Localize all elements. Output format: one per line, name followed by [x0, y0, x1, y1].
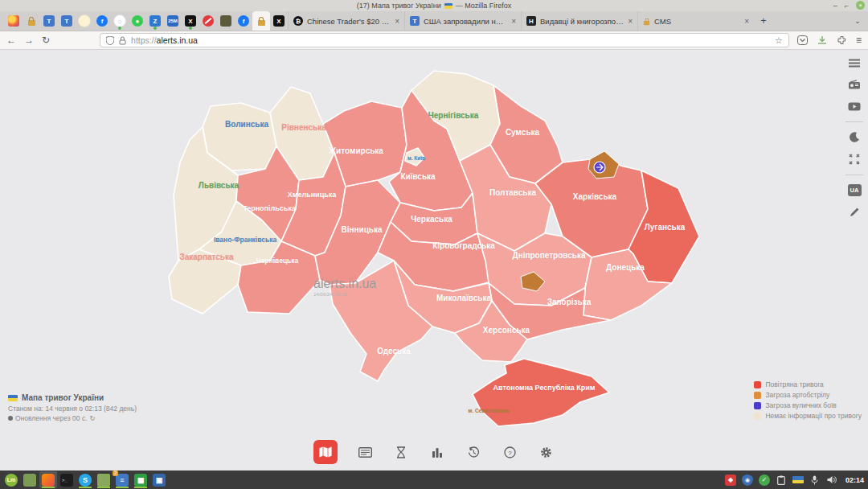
close-button[interactable]: × — [856, 1, 865, 10]
pinned-tab-blue-t[interactable]: Т — [40, 11, 58, 31]
updates-ok-icon[interactable]: ✓ — [759, 475, 770, 486]
list-all-tabs-button[interactable]: ⌄ — [847, 11, 868, 31]
pinned-tab-darkgrid[interactable] — [217, 11, 235, 31]
forward-button[interactable]: → — [24, 35, 34, 45]
settings-gear-icon[interactable] — [537, 443, 555, 461]
extensions-icon[interactable] — [837, 35, 846, 45]
fullscreen-icon[interactable] — [846, 153, 862, 166]
tab-2[interactable]: Т США запровадили нову хв × — [404, 11, 521, 31]
pinned-tab-pale[interactable] — [76, 11, 93, 31]
taskbar-file-manager[interactable] — [95, 471, 113, 488]
legend-label: Загроза артобстрілу — [765, 391, 829, 399]
pinned-tab-noentry[interactable] — [199, 11, 217, 31]
lock-icon — [644, 20, 649, 25]
app-menu-icon[interactable]: ≡ — [856, 35, 862, 45]
skype-icon: S — [79, 474, 92, 487]
pinned-tab-25m[interactable]: 25М — [164, 11, 182, 31]
mint-menu-button[interactable]: Lm — [2, 471, 20, 488]
window-title-right: — Mozilla Firefox — [456, 2, 512, 10]
region-crimea[interactable] — [473, 359, 609, 426]
tab-4[interactable]: CMS × — [637, 11, 754, 31]
microphone-icon[interactable] — [809, 475, 821, 486]
region-label: Київська — [400, 172, 435, 181]
taskbar-skype[interactable]: S — [76, 471, 94, 488]
desktop-icon — [23, 474, 36, 487]
taskbar-documents[interactable]: ≡2 — [113, 471, 131, 488]
legend-item: Загроза артобстрілу — [754, 391, 862, 399]
new-tab-button[interactable]: + — [754, 11, 773, 31]
legend-label: Немає інформації про тривогу — [765, 412, 862, 420]
tab-1[interactable]: ₿ Chinese Trader's $20 Millio × — [288, 11, 404, 31]
ua-flag-tray-icon[interactable] — [792, 476, 804, 483]
open-window-indicator — [134, 487, 147, 488]
taskbar-terminal[interactable]: >_ — [58, 471, 76, 488]
pocket-icon[interactable] — [797, 35, 808, 45]
menu-icon[interactable] — [846, 56, 862, 69]
pinned-tab-browser-sphere[interactable] — [5, 11, 23, 31]
lock-icon — [28, 20, 35, 26]
pinned-tab-facebook[interactable]: f — [235, 11, 252, 31]
tracking-shield-icon[interactable] — [106, 36, 114, 45]
alerts-map-page: Волинська Рівненська Житомирська Київськ… — [0, 50, 868, 472]
pinned-tab-facebook[interactable]: f — [93, 11, 111, 31]
pinned-tab-x[interactable]: X — [270, 11, 288, 31]
language-ua-badge[interactable]: UA — [848, 184, 862, 196]
youtube-icon[interactable] — [846, 100, 862, 113]
tab-close-icon[interactable]: × — [511, 17, 516, 26]
legend-item: Загроза вуличних боїв — [754, 401, 862, 409]
tab-close-icon[interactable]: × — [744, 17, 749, 26]
legend-swatch-air-alert — [754, 381, 761, 388]
region-label: Черкаська — [411, 215, 452, 224]
pinned-tab-whatsapp[interactable]: ● — [129, 11, 146, 31]
tab-title: Chinese Trader's $20 Millio — [307, 17, 391, 26]
shield-tray-icon[interactable]: ◉ — [742, 475, 753, 486]
map-view-button[interactable] — [313, 440, 338, 464]
list-view-icon[interactable] — [356, 443, 374, 461]
spreadsheet-icon: ▦ — [134, 474, 147, 487]
red-app-tray-icon[interactable]: ◆ — [725, 475, 736, 486]
maximize-button[interactable]: ⌐ — [845, 2, 849, 10]
no-entry-icon — [203, 15, 214, 27]
lock-icon[interactable] — [119, 36, 126, 45]
region-label: Чернігівська — [428, 111, 479, 120]
tab-3[interactable]: Н Видавці й книгорозповсю × — [521, 11, 637, 31]
region-label: Сумська — [506, 128, 539, 137]
pinned-tab-messenger[interactable]: ◌ — [111, 11, 129, 31]
timer-hourglass-icon[interactable] — [392, 443, 410, 461]
pinned-tab-x[interactable]: X — [182, 11, 199, 31]
divider — [845, 175, 863, 175]
pinned-tab-z[interactable]: Z — [146, 11, 164, 31]
minimize-button[interactable]: – — [833, 2, 837, 10]
back-button[interactable]: ← — [6, 35, 16, 45]
pinned-tab-lock[interactable] — [23, 11, 40, 31]
edit-pencil-icon[interactable] — [846, 205, 862, 218]
tab-close-icon[interactable]: × — [628, 17, 633, 26]
show-desktop-button[interactable] — [21, 471, 39, 488]
map-side-controls: UA — [845, 56, 863, 218]
ukraine-flag-icon — [444, 3, 452, 9]
taskbar-firefox[interactable] — [39, 471, 57, 488]
lock-icon — [258, 20, 265, 26]
map-toolbar: ? — [313, 440, 555, 464]
region-label: Хмельницька — [288, 191, 336, 199]
radio-icon[interactable] — [846, 78, 862, 91]
taskbar-photos[interactable]: ▣ — [150, 471, 168, 488]
bookmark-star-icon[interactable]: ☆ — [775, 35, 783, 46]
reload-button[interactable]: ↻ — [42, 35, 50, 45]
mint-logo-icon: Lm — [5, 474, 18, 487]
pinned-tab-active-lock[interactable] — [252, 11, 270, 31]
tab-close-icon[interactable]: × — [395, 17, 399, 26]
messenger-circle-icon: ◌ — [113, 14, 126, 27]
history-icon[interactable] — [465, 443, 482, 461]
pinned-tab-blue-t[interactable]: Т — [58, 11, 76, 31]
url-bar[interactable]: https:// alerts.in.ua ☆ — [100, 33, 789, 47]
help-icon[interactable]: ? — [501, 443, 518, 461]
region-label: Тернопільська — [243, 204, 296, 212]
taskbar-spreadsheet[interactable]: ▦ — [132, 471, 149, 488]
dark-mode-moon-icon[interactable] — [846, 131, 862, 144]
volume-icon[interactable] — [826, 475, 837, 486]
refresh-icon[interactable]: ↻ — [90, 414, 96, 422]
stats-bar-chart-icon[interactable] — [428, 443, 446, 461]
clipboard-icon[interactable] — [776, 475, 787, 486]
downloads-icon[interactable] — [817, 35, 827, 45]
